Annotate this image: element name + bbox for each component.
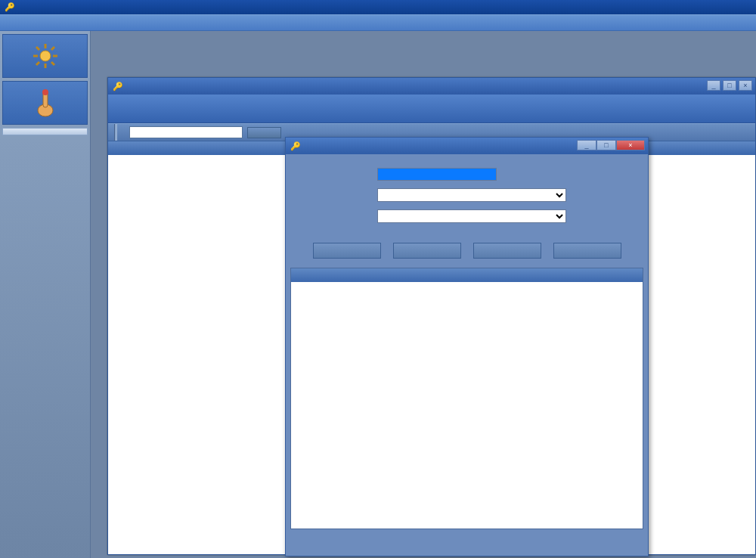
relay-select[interactable]	[377, 209, 566, 223]
change-name-button[interactable]	[313, 243, 381, 259]
add-button[interactable]	[393, 243, 461, 259]
sidebar-operation[interactable]	[2, 81, 88, 125]
door-grid	[290, 268, 643, 529]
svg-point-11	[42, 89, 48, 95]
lockers-select[interactable]	[377, 188, 566, 202]
hand-icon	[3, 86, 87, 119]
key-icon: 🔑	[290, 141, 301, 151]
menubar	[0, 14, 756, 31]
child-toolbar	[108, 95, 755, 123]
sidebar	[0, 31, 91, 558]
sidebar-item-label	[3, 119, 87, 121]
delete-button[interactable]	[473, 243, 541, 259]
svg-line-8	[51, 47, 54, 50]
minimize-button[interactable]: _	[577, 140, 596, 150]
svg-line-6	[51, 62, 54, 65]
dialog-form	[286, 154, 648, 238]
sidebar-configuration[interactable]	[2, 34, 88, 78]
search-button[interactable]	[247, 127, 281, 138]
close-dialog-button[interactable]	[553, 243, 621, 259]
svg-point-0	[40, 51, 51, 61]
gear-icon	[3, 39, 87, 73]
dialog-button-row	[286, 238, 648, 268]
child-titlebar[interactable]: 🔑 _ □ ×	[108, 78, 755, 95]
svg-line-7	[36, 62, 39, 65]
key-icon: 🔑	[113, 82, 123, 91]
sidebar-item-label	[3, 73, 87, 74]
dialog-titlebar[interactable]: 🔑 _ □ ×	[286, 138, 648, 154]
maximize-button[interactable]: □	[596, 140, 616, 150]
key-icon: 🔑	[5, 2, 15, 12]
close-button[interactable]: ×	[739, 80, 752, 91]
sidebar-lockers-button[interactable]	[2, 128, 88, 135]
grid-header-row	[291, 268, 643, 282]
door-name-input[interactable]	[377, 168, 497, 181]
locker-configure-dialog: 🔑 _ □ ×	[285, 137, 649, 556]
search-input[interactable]	[129, 126, 243, 138]
maximize-button[interactable]: □	[723, 80, 736, 91]
svg-line-5	[36, 47, 39, 50]
col-header-timeprofile[interactable]	[695, 141, 755, 155]
close-button[interactable]: ×	[616, 140, 645, 150]
grip-icon	[114, 124, 117, 141]
minimize-button[interactable]: _	[707, 80, 720, 91]
app-titlebar: 🔑	[0, 0, 756, 14]
